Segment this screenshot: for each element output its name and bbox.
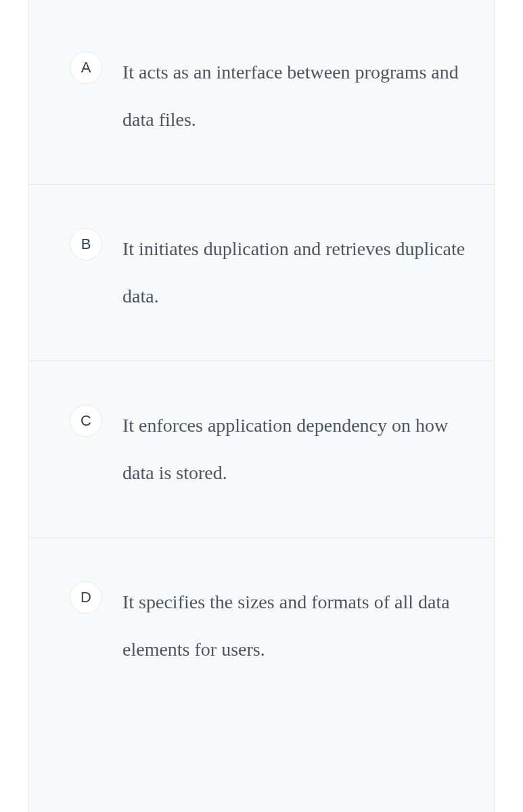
option-c[interactable]: C It enforces application dependency on … xyxy=(29,361,494,538)
option-text-b: It initiates duplication and retrieves d… xyxy=(122,225,467,320)
option-letter-a: A xyxy=(70,51,102,84)
option-a[interactable]: A It acts as an interface between progra… xyxy=(29,0,494,185)
option-letter-b: B xyxy=(70,228,102,261)
option-d[interactable]: D It specifies the sizes and formats of … xyxy=(29,538,494,714)
option-b[interactable]: B It initiates duplication and retrieves… xyxy=(29,185,494,361)
option-text-d: It specifies the sizes and formats of al… xyxy=(122,579,467,673)
option-text-c: It enforces application dependency on ho… xyxy=(122,402,467,497)
option-letter-d: D xyxy=(70,581,102,614)
option-letter-c: C xyxy=(70,405,102,437)
option-text-a: It acts as an interface between programs… xyxy=(122,49,467,143)
options-container: A It acts as an interface between progra… xyxy=(28,0,495,812)
